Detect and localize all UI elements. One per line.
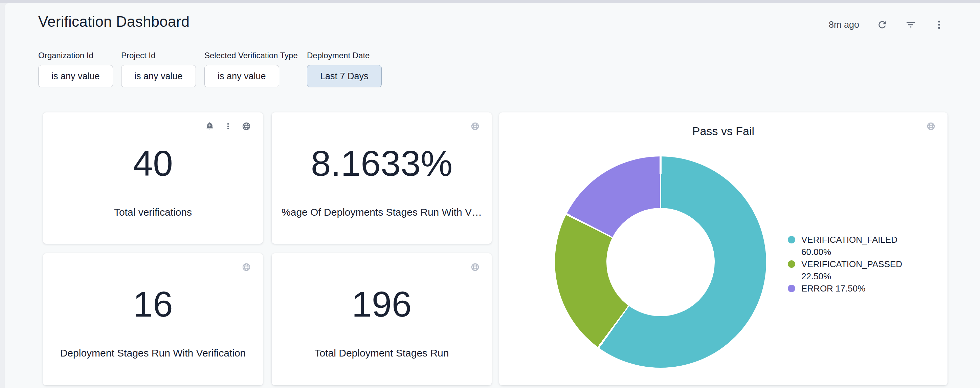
filter-label: Organization Id <box>38 51 121 60</box>
filter-value-chip[interactable]: is any value <box>38 65 113 87</box>
globe-icon[interactable] <box>470 262 480 272</box>
header-actions: 8m ago <box>829 17 945 32</box>
filter-bar: Organization Id is any value Project Id … <box>38 51 388 87</box>
legend-item[interactable]: ERROR 17.50% <box>788 283 903 295</box>
legend-dot <box>788 236 795 243</box>
legend-label: VERIFICATION_PASSED 22.50% <box>801 258 903 283</box>
filter-verification-type: Selected Verification Type is any value <box>204 51 307 87</box>
chart-legend: VERIFICATION_FAILED 60.00%VERIFICATION_P… <box>788 234 903 295</box>
tile-value: 40 <box>43 144 263 183</box>
legend-dot <box>788 260 795 268</box>
tile-total-verifications: 40 Total verifications <box>43 112 263 244</box>
filter-value-chip[interactable]: is any value <box>121 65 196 87</box>
tile-actions <box>205 121 251 131</box>
tile-actions <box>926 121 935 131</box>
tile-percent-stages-with-verification: 8.1633% %age Of Deployments Stages Run W… <box>272 112 492 244</box>
chart-title: Pass vs Fail <box>499 125 948 138</box>
filter-project-id: Project Id is any value <box>121 51 204 87</box>
kebab-icon[interactable] <box>224 122 232 130</box>
refresh-icon[interactable] <box>877 19 888 30</box>
filter-value-chip[interactable]: is any value <box>204 65 279 87</box>
pass-vs-fail-chart-card: Pass vs Fail VERIFICATION_FAILED 60.00%V… <box>499 112 948 385</box>
kebab-icon[interactable] <box>934 19 945 30</box>
tile-value: 16 <box>43 284 263 324</box>
tile-label: Total Deployment Stages Run <box>280 347 484 359</box>
filter-organization-id: Organization Id is any value <box>38 51 121 87</box>
tile-stages-run-with-verification: 16 Deployment Stages Run With Verificati… <box>43 253 263 385</box>
filter-value-chip[interactable]: Last 7 Days <box>307 65 382 87</box>
tile-total-stages-run: 196 Total Deployment Stages Run <box>272 253 492 385</box>
legend-item[interactable]: VERIFICATION_FAILED 60.00% <box>788 234 903 258</box>
tile-label: Deployment Stages Run With Verification <box>51 347 255 359</box>
legend-dot <box>788 285 795 292</box>
filter-icon[interactable] <box>905 19 916 30</box>
tile-label: %age Of Deployments Stages Run With V… <box>280 206 484 218</box>
globe-icon[interactable] <box>242 262 251 272</box>
filter-deployment-date: Deployment Date Last 7 Days <box>307 51 388 87</box>
last-refresh-time: 8m ago <box>829 20 859 30</box>
dashboard-panel: Verification Dashboard 8m ago Organizati… <box>5 3 980 388</box>
filter-label: Deployment Date <box>307 51 388 60</box>
tile-value: 196 <box>272 284 492 324</box>
dashboard-page: Verification Dashboard 8m ago Organizati… <box>0 0 980 388</box>
globe-icon[interactable] <box>242 121 251 131</box>
tile-actions <box>470 121 480 131</box>
filter-label: Selected Verification Type <box>204 51 307 60</box>
globe-icon[interactable] <box>470 121 480 131</box>
tile-actions <box>470 262 480 272</box>
page-title: Verification Dashboard <box>38 13 189 30</box>
tile-label: Total verifications <box>51 206 255 218</box>
tile-actions <box>242 262 251 272</box>
legend-label: ERROR 17.50% <box>801 283 903 295</box>
globe-icon[interactable] <box>926 121 935 131</box>
legend-label: VERIFICATION_FAILED 60.00% <box>801 234 903 258</box>
legend-item[interactable]: VERIFICATION_PASSED 22.50% <box>788 258 903 283</box>
tile-value: 8.1633% <box>272 144 492 183</box>
window-top-strip <box>0 0 980 3</box>
filter-label: Project Id <box>121 51 204 60</box>
notification-add-icon[interactable] <box>205 121 215 131</box>
donut-chart[interactable] <box>555 156 766 368</box>
